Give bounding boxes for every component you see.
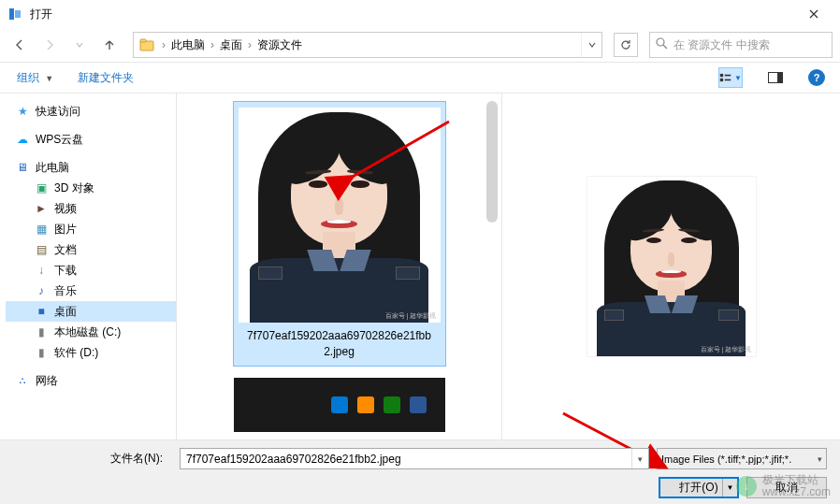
chevron-right-icon: › [246,38,253,51]
sidebar-item-icon: ▮ [34,324,49,339]
sidebar-item[interactable]: ■桌面 [6,301,176,322]
sidebar-item[interactable]: ▮本地磁盘 (C:) [6,322,176,342]
organize-menu[interactable]: 组织 ▼ [15,66,55,90]
breadcrumb-dropdown[interactable] [581,33,601,57]
sidebar-item-label: 音乐 [54,283,77,299]
sidebar-item-label: 下载 [54,263,77,279]
chevron-down-icon[interactable]: ▾ [631,449,648,468]
sidebar-item-icon: ▤ [34,242,49,257]
svg-rect-1 [15,10,21,18]
sidebar-item[interactable]: ♪音乐 [6,281,176,301]
sidebar-item-label: 软件 (D:) [54,345,98,361]
sidebar-item[interactable]: ►视频 [6,198,176,219]
svg-rect-5 [720,74,723,77]
sidebar-item-icon: 🖥 [15,160,30,175]
file-item[interactable] [234,378,445,432]
sidebar-item-label: 此电脑 [36,160,69,176]
sidebar-item-icon: ☁ [15,132,30,147]
breadcrumb-item[interactable]: 此电脑 [167,33,209,57]
sidebar-item-icon: ▦ [34,222,49,237]
new-folder-button[interactable]: 新建文件夹 [76,66,136,90]
sidebar-item[interactable]: ▮软件 (D:) [6,342,176,363]
preview-pane: 百家号 | 超华影视 [502,94,840,439]
sidebar-item[interactable]: ☁WPS云盘 [6,129,176,150]
sidebar-item[interactable]: ↓下载 [6,260,176,281]
window-title: 打开 [30,7,795,22]
svg-rect-8 [725,79,731,81]
file-thumbnail: 百家号 | 超华影视 [239,108,441,323]
help-button[interactable]: ? [808,69,825,86]
sidebar-item-label: 文档 [54,242,77,258]
sidebar-item[interactable]: ★快速访问 [6,101,176,122]
open-button[interactable]: 打开(O) ▼ [659,477,739,498]
file-name-label: 7f707eaf159202aaa69702826e21fbb2.jpeg [239,328,440,360]
chevron-right-icon: › [209,38,216,51]
chevron-down-icon: ▼ [45,74,53,83]
filename-combobox[interactable]: ▾ [180,448,649,469]
sidebar-item-label: 快速访问 [36,104,80,120]
preview-pane-button[interactable] [763,67,788,88]
search-input[interactable] [673,38,826,51]
sidebar-item-icon: ▮ [34,345,49,360]
cancel-button[interactable]: 取消 [746,477,827,498]
search-box[interactable] [649,32,833,58]
sidebar-item-label: 3D 对象 [54,180,94,196]
svg-point-4 [657,38,664,46]
button-label: 取消 [775,480,798,496]
sidebar: ★快速访问☁WPS云盘🖥此电脑▣3D 对象►视频▦图片▤文档↓下载♪音乐■桌面▮… [0,94,176,439]
file-list[interactable]: 百家号 | 超华影视 7f707eaf159202aaa69702826e21f… [177,94,501,439]
sidebar-item-label: 网络 [36,373,58,389]
breadcrumb-item[interactable]: 桌面 [216,33,246,57]
sidebar-item-label: WPS云盘 [36,132,83,148]
up-button[interactable] [97,33,122,57]
open-split-dropdown[interactable]: ▼ [722,479,737,497]
sidebar-item-icon: ★ [15,104,30,119]
title-bar: 打开 [0,0,840,28]
main-area: ★快速访问☁WPS云盘🖥此电脑▣3D 对象►视频▦图片▤文档↓下载♪音乐■桌面▮… [0,94,840,439]
sidebar-item-label: 图片 [54,222,77,238]
svg-rect-0 [9,8,14,20]
sidebar-item[interactable]: ▦图片 [6,219,176,239]
toolbar: 组织 ▼ 新建文件夹 ▼ ? [0,62,840,94]
close-button[interactable] [795,1,833,27]
recent-dropdown[interactable] [67,33,92,57]
svg-rect-10 [777,73,782,82]
sidebar-item-icon: ♪ [34,283,49,298]
sidebar-item[interactable]: ⛬网络 [6,370,176,391]
sidebar-item-label: 本地磁盘 (C:) [54,324,121,340]
sidebar-item[interactable]: 🖥此电脑 [6,157,176,178]
svg-rect-7 [725,75,731,77]
sidebar-item[interactable]: ▣3D 对象 [6,178,176,198]
svg-rect-3 [140,39,146,42]
filter-label: Image Files (*.tiff;*.pjp;*.jfif;*. [661,454,791,465]
chevron-down-icon: ▼ [734,74,742,82]
sidebar-item-icon: ■ [34,304,49,319]
forward-button[interactable] [37,33,62,57]
sidebar-item-icon: ► [34,201,49,216]
scrollbar[interactable] [486,101,498,223]
button-label: 打开(O) [679,480,717,496]
sidebar-item-icon: ⛬ [15,373,30,388]
filename-input[interactable] [181,453,631,466]
toolbar-label: 组织 [17,71,39,84]
sidebar-item-icon: ↓ [34,263,49,278]
sidebar-item-icon: ▣ [34,180,49,195]
file-item-selected[interactable]: 百家号 | 超华影视 7f707eaf159202aaa69702826e21f… [233,101,446,367]
sidebar-item-label: 桌面 [54,304,77,320]
sidebar-item-label: 视频 [54,201,77,217]
navigation-bar: › 此电脑 › 桌面 › 资源文件 [0,28,840,62]
preview-image: 百家号 | 超华影视 [587,177,756,356]
back-button[interactable] [7,33,32,57]
breadcrumb[interactable]: › 此电脑 › 桌面 › 资源文件 [133,32,602,58]
view-mode-button[interactable]: ▼ [718,67,743,88]
refresh-button[interactable] [614,33,638,57]
chevron-right-icon: › [160,38,167,51]
search-icon [656,37,668,52]
chevron-down-icon: ▾ [818,454,822,464]
sidebar-item[interactable]: ▤文档 [6,239,176,260]
folder-icon [138,36,156,54]
app-logo-icon [7,7,22,22]
breadcrumb-item[interactable]: 资源文件 [253,33,306,57]
bottom-bar: 文件名(N): ▾ Image Files (*.tiff;*.pjp;*.jf… [0,439,840,504]
file-type-filter[interactable]: Image Files (*.tiff;*.pjp;*.jfif;*. ▾ [657,448,827,469]
